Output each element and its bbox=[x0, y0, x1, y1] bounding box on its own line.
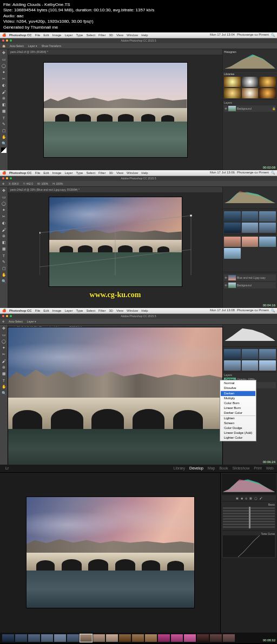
highlights-slider[interactable] bbox=[223, 518, 275, 520]
histogram-panel[interactable] bbox=[223, 325, 277, 347]
maximize-icon[interactable] bbox=[10, 315, 12, 317]
lr-module-picker[interactable]: Lr Library Develop Map Book Slideshow Pr… bbox=[0, 465, 277, 473]
blend-option[interactable]: Multiply bbox=[221, 396, 255, 401]
minimize-icon[interactable] bbox=[6, 177, 8, 179]
module-print[interactable]: Print bbox=[254, 466, 261, 470]
menu-file[interactable]: File bbox=[35, 309, 41, 312]
menu-filter[interactable]: Filter bbox=[98, 33, 105, 37]
wand-tool-icon[interactable]: ✦ bbox=[1, 70, 7, 76]
spot-icon[interactable]: ◉ bbox=[241, 497, 243, 500]
blend-option[interactable]: Dissolve bbox=[221, 386, 255, 391]
blend-mode-menu[interactable]: Normal Dissolve Darken Multiply Color Bu… bbox=[220, 380, 256, 441]
brush-tool-icon[interactable]: 🖌 bbox=[1, 227, 7, 233]
filmstrip-thumb[interactable] bbox=[54, 634, 66, 642]
gradient-tool-icon[interactable]: ▦ bbox=[1, 371, 7, 377]
move-tool-icon[interactable]: ✥ bbox=[1, 50, 7, 56]
shape-tool-icon[interactable]: ▢ bbox=[1, 128, 7, 134]
canvas-area[interactable]: paris-24a2.tif @ 66.7% (Blue and red-1.j… bbox=[8, 325, 222, 466]
blend-option[interactable]: Linear Dodge (Add) bbox=[221, 431, 255, 435]
library-thumb[interactable] bbox=[224, 349, 241, 359]
module-develop[interactable]: Develop bbox=[189, 466, 203, 470]
image-canvas[interactable] bbox=[27, 497, 194, 608]
mac-menubar[interactable]: 🍎Photoshop CC FileEditImageLayerTypeSele… bbox=[0, 308, 277, 314]
library-thumb[interactable] bbox=[224, 360, 241, 371]
filmstrip-thumb[interactable] bbox=[223, 634, 235, 642]
app-name[interactable]: Photoshop CC bbox=[9, 171, 32, 175]
eraser-tool-icon[interactable]: ◧ bbox=[1, 240, 7, 246]
filmstrip-thumb[interactable] bbox=[210, 634, 222, 642]
libraries-panel[interactable]: Libraries bbox=[223, 71, 277, 100]
library-thumb[interactable] bbox=[224, 77, 241, 87]
marquee-tool-icon[interactable]: ▭ bbox=[1, 332, 7, 338]
menu-help[interactable]: Help bbox=[141, 171, 148, 175]
layer-row[interactable]: 👁Blue and red-1.jpg copy bbox=[224, 274, 276, 281]
library-thumb[interactable] bbox=[224, 211, 241, 222]
layer-thumbnail[interactable] bbox=[228, 106, 236, 111]
menu-edit[interactable]: Edit bbox=[43, 171, 49, 175]
filmstrip-thumb[interactable] bbox=[132, 634, 144, 642]
module-slideshow[interactable]: Slideshow bbox=[232, 466, 249, 470]
search-icon[interactable]: 🔍 bbox=[271, 33, 275, 37]
zoom-tool-icon[interactable]: 🔍 bbox=[1, 141, 7, 147]
crop-tool-icon[interactable]: ✂ bbox=[1, 352, 7, 358]
move-tool-icon[interactable]: ✥ bbox=[1, 188, 7, 194]
blacks-slider[interactable] bbox=[223, 526, 275, 528]
menu-filter[interactable]: Filter bbox=[98, 309, 105, 312]
filmstrip-thumb[interactable] bbox=[197, 634, 209, 642]
lasso-tool-icon[interactable]: ◯ bbox=[1, 201, 7, 207]
mac-menubar[interactable]: 🍎 Photoshop CC FileEditImageLayerTypeSel… bbox=[0, 170, 277, 176]
histogram-panel[interactable] bbox=[223, 187, 277, 209]
blend-option[interactable]: Normal bbox=[221, 381, 255, 386]
tools-panel[interactable]: ✥ ▭ ◯ ✦ ✂ ◐ 🖌 ⊛ ◧ ▦ T ✎ ▢ ✋ 🔍 bbox=[0, 49, 8, 171]
library-thumb[interactable] bbox=[224, 248, 241, 258]
menu-filter[interactable]: Filter bbox=[98, 171, 105, 175]
canvas-area[interactable]: paris-24a2.tif @ 33% (Blue and red-1.jpg… bbox=[8, 187, 222, 309]
swatch-icon[interactable] bbox=[1, 147, 6, 153]
gradient-icon[interactable]: ▦ bbox=[249, 497, 252, 500]
menu-image[interactable]: Image bbox=[52, 33, 62, 37]
tools-panel[interactable]: ✥▭◯✦✂🖌⊛▦T✋🔍 bbox=[0, 325, 8, 466]
document-tab[interactable]: paris-24a2.tif @ 33% (RGB/8) * bbox=[8, 49, 222, 55]
options-bar[interactable]: ✥X: 654.0Y: 442.0W: 100%H: 100% bbox=[0, 181, 277, 187]
pen-tool-icon[interactable]: ✎ bbox=[1, 259, 7, 265]
minimize-icon[interactable] bbox=[6, 39, 8, 42]
menu-3d[interactable]: 3D bbox=[109, 33, 113, 37]
library-thumb[interactable] bbox=[242, 360, 259, 371]
lasso-tool-icon[interactable]: ◯ bbox=[1, 339, 7, 345]
hand-tool-icon[interactable]: ✋ bbox=[1, 135, 7, 140]
move-tool-icon[interactable]: ✥ bbox=[1, 326, 7, 332]
menu-edit[interactable]: Edit bbox=[43, 309, 49, 312]
menu-window[interactable]: Window bbox=[127, 309, 138, 312]
hand-tool-icon[interactable]: ✋ bbox=[1, 272, 7, 278]
menu-file[interactable]: File bbox=[35, 33, 41, 37]
mac-menubar[interactable]: 🍎 Photoshop CC File Edit Image Layer Typ… bbox=[0, 32, 277, 38]
menu-help[interactable]: Help bbox=[141, 33, 148, 37]
libraries-panel[interactable] bbox=[223, 209, 277, 234]
menu-select[interactable]: Select bbox=[86, 171, 95, 175]
gradient-tool-icon[interactable]: ▦ bbox=[1, 109, 7, 115]
redeye-icon[interactable]: ◎ bbox=[245, 497, 247, 500]
tools-panel[interactable]: ✥▭◯✦✂◐🖌⊛◧▦T✎▢✋🔍 bbox=[0, 187, 8, 309]
brush-tool-icon[interactable]: 🖌 bbox=[1, 358, 7, 364]
options-bar[interactable]: 🏠Auto-SelectLayer ▾Show Transform bbox=[0, 43, 277, 49]
lr-toolstrip[interactable]: ▣◉◎▦◯🖌 bbox=[222, 495, 276, 501]
menu-view[interactable]: View bbox=[116, 33, 123, 37]
blend-option[interactable]: Lighter Color bbox=[221, 435, 255, 440]
close-icon[interactable] bbox=[2, 177, 4, 179]
lr-basic-panel[interactable]: Basic bbox=[222, 502, 276, 530]
filmstrip-thumb[interactable] bbox=[93, 634, 105, 642]
histogram-panel[interactable]: Histogram bbox=[223, 49, 277, 71]
module-web[interactable]: Web bbox=[266, 466, 274, 470]
contrast-slider[interactable] bbox=[223, 515, 275, 517]
library-thumb[interactable] bbox=[224, 223, 241, 233]
library-thumb[interactable] bbox=[259, 88, 276, 98]
filmstrip-thumb[interactable] bbox=[171, 634, 183, 642]
stamp-tool-icon[interactable]: ⊛ bbox=[1, 96, 7, 102]
filmstrip-thumb[interactable] bbox=[80, 634, 92, 642]
temp-slider[interactable] bbox=[223, 507, 275, 509]
filmstrip-thumb[interactable] bbox=[28, 634, 40, 642]
crop-icon[interactable]: ▣ bbox=[236, 497, 239, 500]
whites-slider[interactable] bbox=[223, 524, 275, 525]
stamp-tool-icon[interactable]: ⊛ bbox=[1, 365, 7, 371]
layer-thumbnail[interactable] bbox=[228, 275, 236, 280]
